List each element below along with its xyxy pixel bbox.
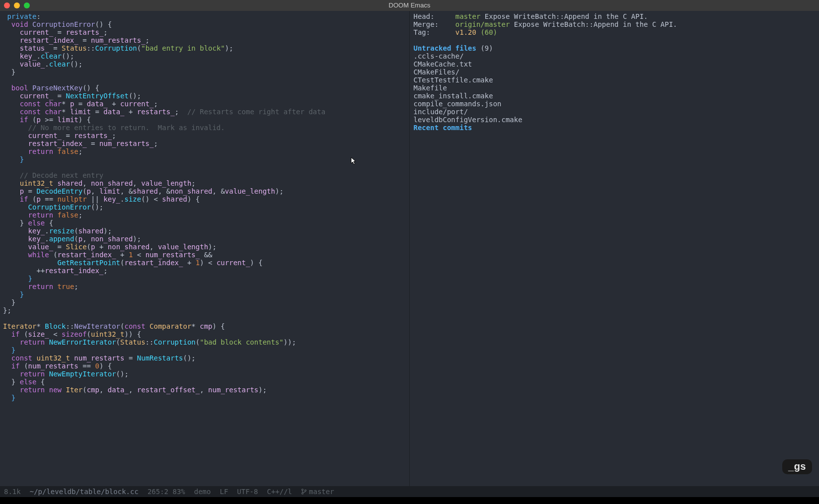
modeline-position: 265:2 83% — [148, 488, 185, 496]
magit-head-msg: Expose WriteBatch::Append in the C API. — [485, 12, 648, 20]
modeline-mode1: demo — [194, 488, 211, 496]
svg-point-2 — [305, 490, 306, 491]
magit-merge-label: Merge: — [414, 20, 439, 28]
magit-tag-distance: (60) — [480, 28, 497, 36]
modeline: 8.1k ~/p/leveldb/table/block.cc 265:2 83… — [0, 486, 819, 497]
git-branch-icon — [301, 489, 307, 495]
magit-tag-name[interactable]: v1.20 — [455, 28, 476, 36]
magit-head-branch[interactable]: master — [455, 12, 481, 20]
magit-merge-msg: Expose WriteBatch::Append in the C API. — [514, 20, 677, 28]
close-icon[interactable] — [4, 2, 10, 8]
workspace: private: void CorruptionError() { curren… — [0, 11, 819, 486]
footer-shadow — [0, 497, 819, 504]
keycast-badge: _gs — [782, 459, 812, 474]
svg-point-1 — [302, 493, 303, 494]
svg-point-0 — [302, 489, 303, 491]
modeline-vc: master — [301, 488, 334, 496]
magit-tag-label: Tag: — [414, 28, 431, 36]
window-title: DOOM Emacs — [0, 1, 819, 9]
code-buffer[interactable]: private: void CorruptionError() { curren… — [0, 11, 410, 486]
modeline-eol: LF — [220, 488, 228, 496]
magit-untracked-header[interactable]: Untracked files — [414, 44, 476, 52]
titlebar[interactable]: DOOM Emacs — [0, 0, 819, 11]
zoom-icon[interactable] — [24, 2, 30, 8]
magit-merge-branch[interactable]: origin/master — [455, 20, 510, 28]
modeline-major-mode: C++//l — [267, 488, 292, 496]
modeline-size: 8.1k — [4, 488, 21, 496]
magit-recent-header[interactable]: Recent commits — [414, 124, 472, 132]
window: DOOM Emacs private: void CorruptionError… — [0, 0, 819, 504]
magit-head-label: Head: — [414, 12, 435, 20]
magit-untracked-count: (9) — [480, 44, 493, 52]
modeline-encoding: UTF-8 — [237, 488, 258, 496]
magit-untracked-list[interactable]: .ccls-cache/ CMakeCache.txt CMakeFiles/ … — [414, 52, 522, 124]
modeline-path: ~/p/leveldb/table/block.cc — [30, 488, 139, 496]
minimize-icon[interactable] — [14, 2, 20, 8]
magit-buffer[interactable]: Head: master Expose WriteBatch::Append i… — [410, 11, 819, 486]
